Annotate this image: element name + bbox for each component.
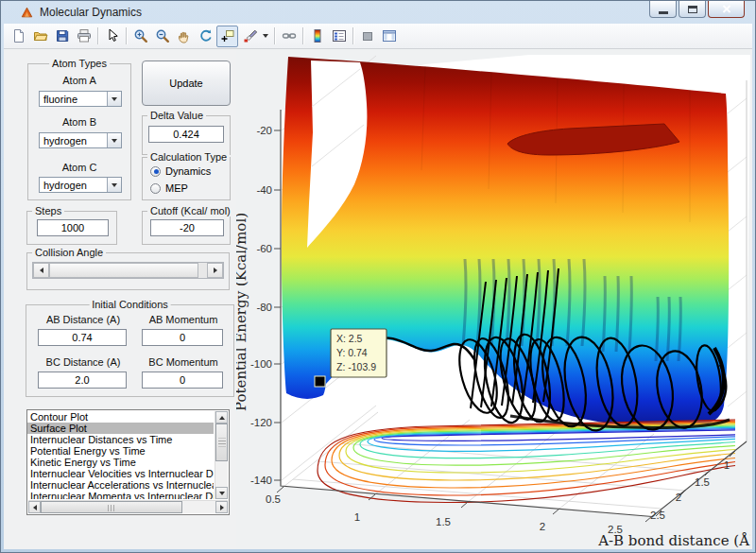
chevron-down-icon bbox=[112, 97, 117, 101]
minimize-button[interactable] bbox=[649, 1, 677, 18]
insert-colorbar-button[interactable] bbox=[306, 26, 328, 47]
bc-momentum-input[interactable] bbox=[142, 372, 223, 389]
list-item[interactable]: Internuclear Distances vs Time bbox=[27, 434, 214, 445]
radio-dynamics[interactable]: Dynamics bbox=[150, 165, 211, 177]
list-item[interactable]: Internuclear Velocities vs Internuclear … bbox=[27, 468, 214, 479]
save-figure-button[interactable] bbox=[51, 26, 73, 47]
atom-b-select[interactable]: hydrogen bbox=[39, 132, 122, 148]
open-file-button[interactable] bbox=[29, 26, 51, 47]
vertical-scrollbar[interactable] bbox=[215, 411, 228, 499]
delta-value-input[interactable] bbox=[148, 126, 224, 143]
svg-text:1.5: 1.5 bbox=[436, 516, 451, 527]
link-plots-button[interactable] bbox=[278, 26, 300, 47]
window-title: Molecular Dynamics bbox=[40, 6, 142, 19]
legend-icon bbox=[332, 28, 347, 43]
new-document-button[interactable] bbox=[8, 26, 29, 47]
titlebar[interactable]: Molecular Dynamics bbox=[4, 1, 752, 24]
triangle-right-icon bbox=[220, 505, 224, 510]
scroll-up-button[interactable] bbox=[215, 411, 228, 423]
bc-distance-input[interactable] bbox=[38, 372, 127, 389]
svg-text:1: 1 bbox=[724, 459, 730, 471]
print-icon bbox=[77, 28, 92, 43]
atom-a-label: Atom A bbox=[28, 75, 130, 86]
open-file-icon bbox=[33, 28, 48, 43]
rotate-3d-icon bbox=[198, 28, 214, 43]
atom-types-group: Atom Types Atom A fluorine Atom B hydrog… bbox=[27, 63, 131, 200]
brush-data-button[interactable] bbox=[238, 26, 260, 47]
plot-area[interactable]: -20 -40 -60 -80 -100 -120 -140 0.5 1 1.5… bbox=[236, 49, 750, 549]
maximize-button[interactable] bbox=[679, 1, 706, 18]
slider-thumb[interactable] bbox=[49, 263, 198, 278]
triangle-right-icon bbox=[214, 268, 217, 273]
svg-text:X: 2.5: X: 2.5 bbox=[336, 333, 363, 344]
radio-mep[interactable]: MEP bbox=[150, 182, 188, 194]
slider-left-arrow[interactable] bbox=[33, 263, 49, 278]
show-plot-tools-button[interactable] bbox=[378, 26, 400, 47]
datatip[interactable]: X: 2.5 Y: 0.74 Z: -103.9 bbox=[331, 329, 387, 377]
datatip-marker[interactable] bbox=[315, 376, 325, 387]
pan-hand-icon bbox=[177, 28, 192, 43]
zoom-in-button[interactable] bbox=[129, 26, 151, 47]
chevron-down-icon bbox=[112, 139, 117, 143]
steps-input[interactable] bbox=[37, 219, 109, 236]
scroll-left-button[interactable] bbox=[28, 501, 41, 513]
zoom-in-icon bbox=[133, 28, 148, 43]
atom-c-select[interactable]: hydrogen bbox=[39, 177, 122, 193]
dropdown-button[interactable] bbox=[107, 133, 121, 147]
list-item[interactable]: Kinetic Energy vs Time bbox=[27, 457, 214, 468]
ab-distance-input[interactable] bbox=[38, 329, 127, 346]
calculation-type-group: Calculation Type Dynamics MEP bbox=[142, 157, 231, 200]
arrow-cursor-button[interactable] bbox=[101, 26, 123, 47]
maximize-icon bbox=[688, 6, 697, 13]
group-title: Cutoff (Kcal/ mol) bbox=[147, 205, 233, 216]
save-icon bbox=[55, 28, 70, 43]
print-figure-button[interactable] bbox=[73, 26, 94, 47]
slider-track[interactable] bbox=[198, 263, 207, 278]
update-button[interactable]: Update bbox=[142, 60, 231, 106]
svg-text:-140: -140 bbox=[250, 475, 272, 486]
list-item[interactable]: Internuclear Momenta vs Internuclear Dis… bbox=[27, 491, 214, 499]
ab-momentum-label: AB Momentum bbox=[140, 314, 227, 325]
insert-legend-button[interactable] bbox=[328, 26, 350, 47]
radio-dot bbox=[154, 169, 159, 174]
radio-icon bbox=[150, 166, 161, 177]
horizontal-scrollbar[interactable] bbox=[28, 500, 228, 513]
horizontal-scroll-thumb[interactable] bbox=[41, 501, 182, 513]
steps-group: Steps bbox=[26, 211, 117, 245]
brush-icon bbox=[242, 28, 257, 43]
hide-plot-tools-button[interactable] bbox=[356, 26, 378, 47]
svg-text:0.5: 0.5 bbox=[266, 493, 281, 505]
dropdown-button[interactable] bbox=[107, 92, 121, 106]
pan-button[interactable] bbox=[173, 26, 195, 47]
svg-text:-100: -100 bbox=[250, 358, 272, 370]
slider-right-arrow[interactable] bbox=[207, 263, 223, 278]
scroll-down-button[interactable] bbox=[215, 487, 228, 499]
vertical-scroll-thumb[interactable] bbox=[215, 423, 228, 461]
atom-a-select[interactable]: fluorine bbox=[39, 91, 122, 107]
figure-content: Atom Types Atom A fluorine Atom B hydrog… bbox=[4, 49, 752, 549]
colorbar-icon bbox=[310, 28, 325, 43]
rotate-3d-button[interactable] bbox=[195, 26, 216, 47]
group-title: Delta Value bbox=[147, 110, 206, 121]
brush-dropdown-button[interactable] bbox=[260, 26, 271, 47]
data-cursor-button[interactable] bbox=[216, 26, 238, 47]
close-button[interactable] bbox=[708, 1, 745, 18]
dropdown-button[interactable] bbox=[107, 178, 121, 192]
chevron-down-icon bbox=[263, 34, 268, 38]
data-cursor-icon bbox=[220, 28, 235, 43]
scroll-right-button[interactable] bbox=[215, 501, 228, 513]
group-title: Calculation Type bbox=[147, 151, 230, 163]
svg-text:-120: -120 bbox=[250, 417, 272, 428]
cutoff-input[interactable] bbox=[150, 219, 224, 236]
list-item[interactable]: Potential Energy vs Time bbox=[27, 445, 214, 457]
collision-angle-slider[interactable] bbox=[32, 262, 224, 279]
ab-momentum-input[interactable] bbox=[142, 329, 223, 346]
svg-text:1: 1 bbox=[354, 511, 360, 523]
list-item[interactable]: Contour Plot bbox=[27, 411, 214, 423]
list-item[interactable]: Internuclear Accelerations vs Internucle… bbox=[27, 479, 214, 491]
collision-angle-group: Collision Angle bbox=[26, 252, 230, 290]
list-item[interactable]: Surface Plot bbox=[27, 423, 214, 434]
zoom-out-button[interactable] bbox=[151, 26, 173, 47]
radio-icon bbox=[150, 183, 161, 194]
toolbar bbox=[4, 24, 752, 49]
